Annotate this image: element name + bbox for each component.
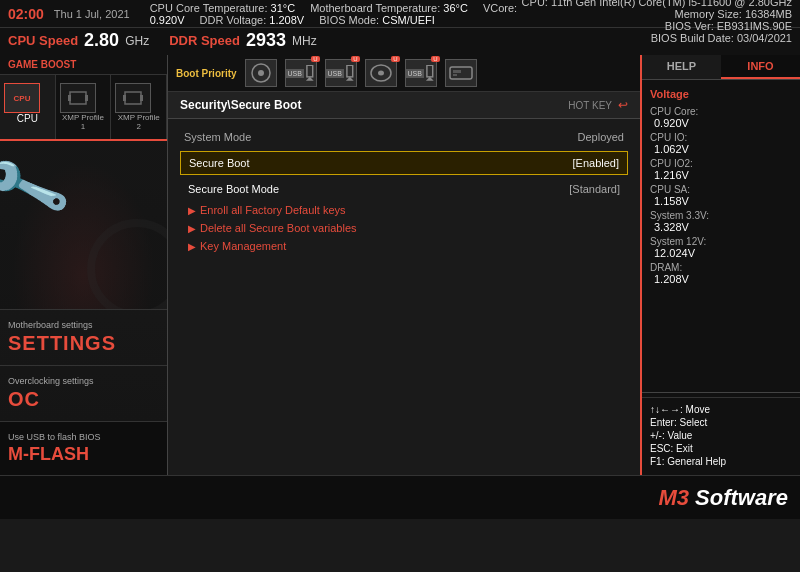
svg-rect-1 bbox=[68, 95, 71, 101]
boot-priority-bar: Boot Priority USB U USB U U USB bbox=[168, 55, 640, 92]
cpu-core-label: CPU Core: bbox=[650, 106, 792, 117]
mflash-main-label: M-FLASH bbox=[8, 444, 159, 465]
security-title: Security\Secure Boot bbox=[180, 98, 301, 112]
svg-rect-2 bbox=[85, 95, 88, 101]
badge-u4: U bbox=[431, 56, 439, 62]
ctrl-enter: Enter: Select bbox=[650, 417, 792, 428]
time-display: 02:00 bbox=[8, 6, 44, 22]
ddr-voltage-label: DDR Voltage: bbox=[200, 14, 267, 26]
cpu-io-label: CPU IO: bbox=[650, 132, 792, 143]
boot-priority-label: Boot Priority bbox=[176, 68, 237, 79]
cpu-temp-val: 31°C bbox=[271, 2, 296, 14]
ctrl-value: +/-: Value bbox=[650, 430, 792, 441]
svg-rect-14 bbox=[427, 65, 433, 77]
left-sidebar: GAME BOOST CPU CPU XMP Profile 1 XMP Pro… bbox=[0, 55, 168, 475]
xmp2-tab-label: XMP Profile 2 bbox=[115, 113, 162, 131]
cpu-io2-label: CPU IO2: bbox=[650, 158, 792, 169]
action-key-management[interactable]: ▶ Key Management bbox=[180, 237, 628, 255]
brand-software: Software bbox=[689, 485, 788, 510]
svg-rect-4 bbox=[123, 95, 126, 101]
right-divider bbox=[642, 392, 800, 393]
sys12-label: System 12V: bbox=[650, 236, 792, 247]
arrow-icon-1: ▶ bbox=[188, 205, 196, 216]
help-tab[interactable]: HELP bbox=[642, 55, 721, 79]
right-sidebar: HELP INFO Voltage CPU Core: 0.920V CPU I… bbox=[640, 55, 800, 475]
svg-rect-0 bbox=[70, 92, 86, 104]
ctrl-help: F1: General Help bbox=[650, 456, 792, 467]
ddr-speed-value: 2933 bbox=[246, 30, 286, 51]
hotkey-label: HOT KEY bbox=[568, 100, 612, 111]
product-info: Product: MEG Z590 Aegis Ti5 (MS-B931) CP… bbox=[522, 0, 792, 44]
bottom-bar: M3 Software bbox=[0, 475, 800, 519]
boot-device-nvme[interactable] bbox=[445, 59, 477, 87]
svg-point-13 bbox=[378, 71, 384, 76]
voltage-title: Voltage bbox=[650, 88, 792, 100]
cpu-io-voltage: CPU IO: 1.062V bbox=[650, 132, 792, 155]
xmp1-profile-tab[interactable]: XMP Profile 1 bbox=[56, 75, 112, 139]
secure-boot-mode-row[interactable]: Secure Boot Mode [Standard] bbox=[180, 179, 628, 199]
cpu-temp-label: CPU Core Temperature: bbox=[150, 2, 268, 14]
secure-boot-mode-value: [Standard] bbox=[569, 183, 620, 195]
bios-mode-label: BIOS Mode: bbox=[319, 14, 379, 26]
xmp2-icon bbox=[115, 83, 151, 113]
mflash-nav-item[interactable]: Use USB to flash BIOS M-FLASH bbox=[0, 421, 167, 475]
mb-temp-val: 36°C bbox=[443, 2, 468, 14]
settings-main-label: SETTINGS bbox=[8, 332, 159, 355]
hotkey-icon: ↩ bbox=[618, 98, 628, 112]
arrow-icon-3: ▶ bbox=[188, 241, 196, 252]
arrow-icon-2: ▶ bbox=[188, 223, 196, 234]
vcore-label: VCore: bbox=[483, 2, 517, 14]
system-mode-label: System Mode bbox=[184, 131, 251, 143]
cpu-sa-voltage: CPU SA: 1.158V bbox=[650, 184, 792, 207]
xmp1-tab-label: XMP Profile 1 bbox=[60, 113, 107, 131]
boot-device-optical[interactable]: U bbox=[365, 59, 397, 87]
badge-u2: U bbox=[351, 56, 359, 62]
dram-label: DRAM: bbox=[650, 262, 792, 273]
svg-point-7 bbox=[258, 70, 264, 76]
mb-temp-label: Motherboard Temperature: bbox=[310, 2, 440, 14]
date-display: Thu 1 Jul, 2021 bbox=[54, 8, 130, 20]
brand-m3: M3 bbox=[658, 485, 689, 510]
action1-label: Enroll all Factory Default keys bbox=[200, 204, 346, 216]
mflash-sublabel: Use USB to flash BIOS bbox=[8, 432, 159, 442]
hotkey-area: HOT KEY ↩ bbox=[568, 98, 628, 112]
bios-mode-val: CSM/UEFI bbox=[382, 14, 435, 26]
secure-boot-row[interactable]: Secure Boot [Enabled] bbox=[180, 151, 628, 175]
dram-val: 1.208V bbox=[650, 273, 792, 285]
action-delete-variables[interactable]: ▶ Delete all Secure Boot variables bbox=[180, 219, 628, 237]
top-bar: 02:00 Thu 1 Jul, 2021 CPU Core Temperatu… bbox=[0, 0, 800, 28]
system-temps: CPU Core Temperature: 31°C Motherboard T… bbox=[150, 2, 522, 26]
boot-device-usb2[interactable]: USB U bbox=[325, 59, 357, 87]
info-tab[interactable]: INFO bbox=[721, 55, 800, 79]
boot-device-usb3[interactable]: USB U bbox=[405, 59, 437, 87]
ddr-speed-label: DDR Speed bbox=[169, 33, 240, 48]
sys33-val: 3.328V bbox=[650, 221, 792, 233]
action3-label: Key Management bbox=[200, 240, 286, 252]
system-mode-value: Deployed bbox=[578, 131, 624, 143]
svg-rect-3 bbox=[125, 92, 141, 104]
cpu-tab-label: CPU bbox=[4, 113, 51, 124]
profile-tabs: CPU CPU XMP Profile 1 XMP Profile 2 bbox=[0, 75, 167, 141]
boot-device-disk[interactable] bbox=[245, 59, 277, 87]
controls-section: ↑↓←→: Move Enter: Select +/-: Value ESC:… bbox=[642, 397, 800, 475]
secure-boot-value: [Enabled] bbox=[573, 157, 619, 169]
cpu-io2-val: 1.216V bbox=[650, 169, 792, 181]
oc-nav-item[interactable]: Overclocking settings OC bbox=[0, 365, 167, 421]
svg-rect-18 bbox=[453, 74, 457, 76]
action-factory-keys[interactable]: ▶ Enroll all Factory Default keys bbox=[180, 201, 628, 219]
cpu-speed-unit: GHz bbox=[125, 34, 149, 48]
cpu-profile-tab[interactable]: CPU CPU bbox=[0, 75, 56, 139]
boot-device-usb1[interactable]: USB U bbox=[285, 59, 317, 87]
cpu-io2-voltage: CPU IO2: 1.216V bbox=[650, 158, 792, 181]
settings-nav-item[interactable]: Motherboard settings SETTINGS bbox=[0, 309, 167, 365]
dram-voltage: DRAM: 1.208V bbox=[650, 262, 792, 285]
cpu-speed-value: 2.80 bbox=[84, 30, 119, 51]
oc-sublabel: Overclocking settings bbox=[8, 376, 159, 386]
right-panel-tabs: HELP INFO bbox=[642, 55, 800, 80]
brand-logo: M3 Software bbox=[658, 485, 788, 511]
xmp1-icon bbox=[60, 83, 96, 113]
xmp2-profile-tab[interactable]: XMP Profile 2 bbox=[111, 75, 167, 139]
sys12-voltage: System 12V: 12.024V bbox=[650, 236, 792, 259]
main-layout: GAME BOOST CPU CPU XMP Profile 1 XMP Pro… bbox=[0, 55, 800, 475]
ddr-voltage-val: 1.208V bbox=[269, 14, 304, 26]
